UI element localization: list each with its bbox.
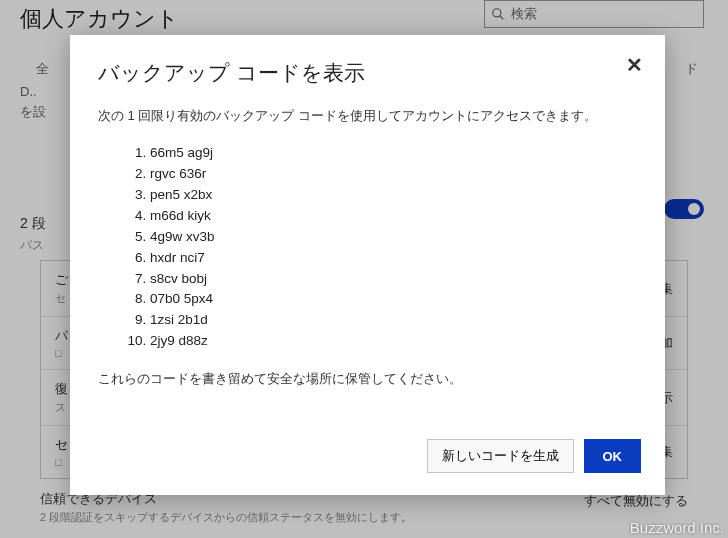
modal-title: バックアップ コードを表示: [98, 59, 637, 87]
backup-code: rgvc 636r: [150, 164, 637, 185]
modal-note: これらのコードを書き留めて安全な場所に保管してください。: [98, 370, 637, 388]
backup-code: pen5 x2bx: [150, 185, 637, 206]
backup-code: m66d kiyk: [150, 206, 637, 227]
backup-code: 4g9w xv3b: [150, 227, 637, 248]
modal-description: 次の 1 回限り有効のバックアップ コードを使用してアカウントにアクセスできます…: [98, 107, 637, 125]
backup-code: 07b0 5px4: [150, 289, 637, 310]
backup-code: s8cv bobj: [150, 269, 637, 290]
backup-code-list: 66m5 ag9j rgvc 636r pen5 x2bx m66d kiyk …: [98, 143, 637, 352]
close-icon[interactable]: ✕: [626, 55, 643, 75]
backup-code: hxdr nci7: [150, 248, 637, 269]
backup-codes-modal: ✕ バックアップ コードを表示 次の 1 回限り有効のバックアップ コードを使用…: [70, 35, 665, 495]
regenerate-codes-button[interactable]: 新しいコードを生成: [427, 439, 574, 473]
modal-button-row: 新しいコードを生成 OK: [427, 439, 642, 473]
ok-button[interactable]: OK: [584, 439, 642, 473]
backup-code: 1zsi 2b1d: [150, 310, 637, 331]
backup-code: 66m5 ag9j: [150, 143, 637, 164]
watermark: Buzzword Inc.: [630, 519, 724, 536]
backup-code: 2jy9 d88z: [150, 331, 637, 352]
